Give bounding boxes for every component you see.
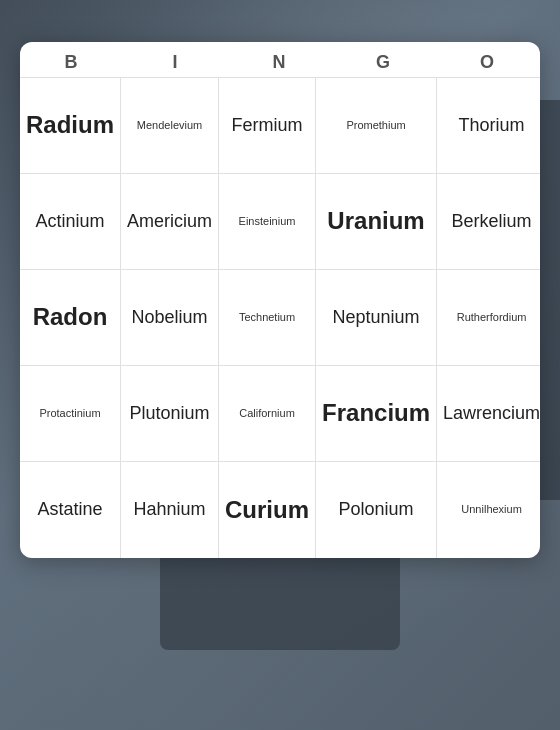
bingo-cell-r4c4[interactable]: Unnilhexium [437, 462, 540, 558]
cell-text: Americium [127, 211, 212, 233]
cell-text: Technetium [239, 311, 295, 324]
bingo-letter-b: B [20, 52, 124, 73]
cell-text: Radon [33, 303, 108, 332]
bingo-cell-r2c2[interactable]: Technetium [219, 270, 316, 366]
bingo-cell-r4c2[interactable]: Curium [219, 462, 316, 558]
bingo-cell-r4c1[interactable]: Hahnium [121, 462, 219, 558]
bingo-cell-r4c3[interactable]: Polonium [316, 462, 437, 558]
cell-text: Rutherfordium [457, 311, 527, 324]
cell-text: Francium [322, 399, 430, 428]
bingo-card: BINGO RadiumMendeleviumFermiumPromethium… [20, 42, 540, 558]
bingo-grid: RadiumMendeleviumFermiumPromethiumThoriu… [20, 77, 540, 558]
cell-text: Unnilhexium [461, 503, 522, 516]
bingo-cell-r3c3[interactable]: Francium [316, 366, 437, 462]
cell-text: Mendelevium [137, 119, 202, 132]
bingo-letter-i: I [124, 52, 228, 73]
cell-text: Thorium [459, 115, 525, 137]
bingo-cell-r0c0[interactable]: Radium [20, 78, 121, 174]
bingo-cell-r4c0[interactable]: Astatine [20, 462, 121, 558]
bingo-cell-r2c4[interactable]: Rutherfordium [437, 270, 540, 366]
cell-text: Einsteinium [239, 215, 296, 228]
bingo-letter-n: N [228, 52, 332, 73]
cell-text: Curium [225, 496, 309, 525]
bingo-cell-r0c2[interactable]: Fermium [219, 78, 316, 174]
cell-text: Uranium [327, 207, 424, 236]
cell-text: Nobelium [132, 307, 208, 329]
cell-text: Actinium [35, 211, 104, 233]
bingo-cell-r3c2[interactable]: Californium [219, 366, 316, 462]
cell-text: Polonium [339, 499, 414, 521]
bingo-cell-r1c1[interactable]: Americium [121, 174, 219, 270]
cell-text: Berkelium [452, 211, 532, 233]
bingo-cell-r3c4[interactable]: Lawrencium [437, 366, 540, 462]
bingo-cell-r0c1[interactable]: Mendelevium [121, 78, 219, 174]
bingo-cell-r1c0[interactable]: Actinium [20, 174, 121, 270]
bingo-cell-r3c1[interactable]: Plutonium [121, 366, 219, 462]
cell-text: Hahnium [134, 499, 206, 521]
cell-text: Californium [239, 407, 295, 420]
bingo-cell-r2c1[interactable]: Nobelium [121, 270, 219, 366]
cell-text: Lawrencium [443, 403, 540, 425]
bingo-cell-r0c3[interactable]: Promethium [316, 78, 437, 174]
bingo-letter-o: O [436, 52, 540, 73]
bingo-cell-r2c3[interactable]: Neptunium [316, 270, 437, 366]
cell-text: Promethium [346, 119, 405, 132]
bingo-letter-g: G [332, 52, 436, 73]
bingo-cell-r1c2[interactable]: Einsteinium [219, 174, 316, 270]
bingo-cell-r3c0[interactable]: Protactinium [20, 366, 121, 462]
main-content: BINGO RadiumMendeleviumFermiumPromethium… [0, 0, 560, 578]
cell-text: Fermium [232, 115, 303, 137]
cell-text: Plutonium [130, 403, 210, 425]
cell-text: Protactinium [39, 407, 100, 420]
cell-text: Astatine [37, 499, 102, 521]
cell-text: Radium [26, 111, 114, 140]
bingo-cell-r1c4[interactable]: Berkelium [437, 174, 540, 270]
bingo-cell-r1c3[interactable]: Uranium [316, 174, 437, 270]
cell-text: Neptunium [333, 307, 420, 329]
bingo-header: BINGO [20, 42, 540, 77]
bingo-cell-r2c0[interactable]: Radon [20, 270, 121, 366]
bingo-cell-r0c4[interactable]: Thorium [437, 78, 540, 174]
